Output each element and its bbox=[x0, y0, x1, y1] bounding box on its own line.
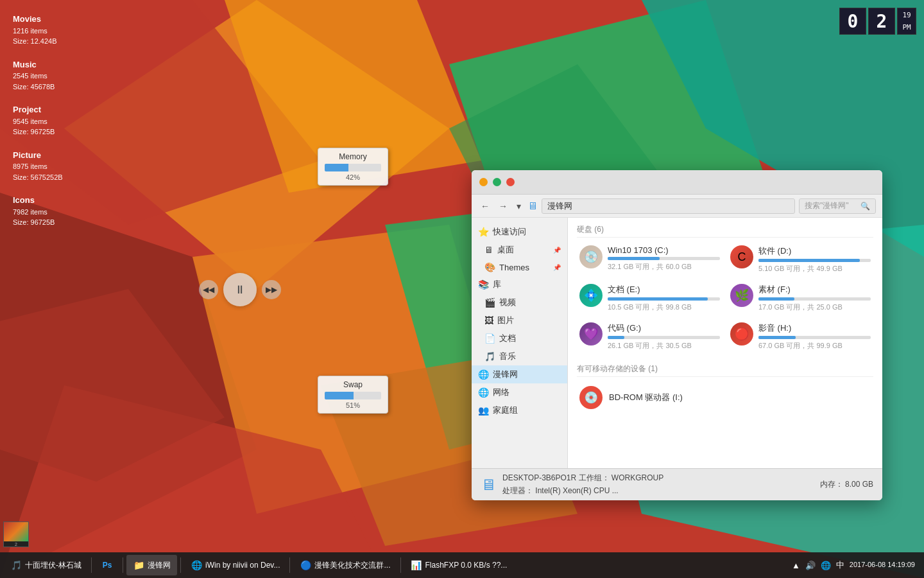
taskbar-ftp-label: FlashFXP 0.0 KB/s ??... bbox=[425, 561, 508, 570]
status-computer-name: DESKTOP-3B6PO1R 工作组： WORKGROUP bbox=[502, 472, 663, 484]
desktop-thumbnail[interactable]: 2 bbox=[3, 521, 29, 547]
stat-project-items: 9545 items bbox=[13, 116, 63, 127]
taskbar: 🎵 十面埋伏-林石城 Ps 📁 漫锋网 🌐 iWin by niivii on … bbox=[0, 552, 924, 578]
music-player-icon: 🎵 bbox=[10, 559, 22, 571]
taskbar-item-filemanager[interactable]: 📁 漫锋网 bbox=[126, 555, 177, 575]
pictures-icon: 🖼 bbox=[484, 315, 493, 326]
stat-icons-size: Size: 96725B bbox=[13, 217, 63, 228]
drives-section-title: 硬盘 (6) bbox=[577, 224, 873, 238]
drive-h-name: 影音 (H:) bbox=[758, 322, 871, 334]
sidebar-item-pictures[interactable]: 🖼 图片 bbox=[472, 311, 567, 329]
thumb-preview bbox=[4, 522, 28, 541]
stat-project: Project 9545 items Size: 96725B bbox=[13, 103, 63, 137]
stat-project-title: Project bbox=[13, 103, 63, 116]
stat-icons-title: Icons bbox=[13, 194, 63, 207]
stat-movies-size: Size: 12.424B bbox=[13, 36, 63, 47]
sidebar-library-label: 库 bbox=[493, 279, 501, 290]
drive-d[interactable]: C 软件 (D:) 5.10 GB 可用，共 49.9 GB bbox=[728, 243, 873, 276]
drive-f[interactable]: 🌿 素材 (F:) 17.0 GB 可用，共 25.0 GB bbox=[728, 281, 873, 315]
media-next-button[interactable]: ▶▶ bbox=[262, 280, 281, 299]
drive-i-info: BD-ROM 驱动器 (I:) bbox=[609, 392, 871, 403]
drive-i[interactable]: 💿 BD-ROM 驱动器 (I:) bbox=[577, 382, 873, 413]
sidebar-item-desktop[interactable]: 🖥 桌面 📌 bbox=[472, 241, 567, 259]
drive-g-icon: 💜 bbox=[579, 322, 603, 346]
sidebar-item-network[interactable]: 🌐 网络 bbox=[472, 383, 567, 401]
fm-address-bar[interactable]: 漫锋网 bbox=[542, 198, 795, 214]
fm-minimize-button[interactable] bbox=[479, 178, 488, 186]
tray-expand-icon[interactable]: ▲ bbox=[792, 561, 800, 570]
drive-c-fill bbox=[608, 257, 660, 260]
sidebar-pictures-label: 图片 bbox=[497, 315, 514, 326]
taskbar-item-browser2[interactable]: 🔵 漫锋美化技术交流群... bbox=[293, 555, 397, 575]
status-memory: 内存： 8.00 GB bbox=[820, 479, 873, 490]
sidebar-item-music[interactable]: 🎵 音乐 bbox=[472, 347, 567, 365]
sidebar-item-themes[interactable]: 🎨 Themes 📌 bbox=[472, 259, 567, 276]
drive-e[interactable]: 💠 文档 (E:) 10.5 GB 可用，共 99.8 GB bbox=[577, 281, 723, 315]
sidebar-item-manfeng[interactable]: 🌐 漫锋网 bbox=[472, 365, 567, 383]
fm-address-text: 漫锋网 bbox=[547, 200, 572, 212]
fm-titlebar bbox=[472, 170, 882, 195]
fm-body: ⭐ 快速访问 🖥 桌面 📌 🎨 Themes 📌 📚 库 🎬 视频 bbox=[472, 218, 882, 468]
drive-f-fill bbox=[758, 297, 794, 301]
status-computer-info: DESKTOP-3B6PO1R 工作组： WORKGROUP 处理器： Inte… bbox=[502, 472, 663, 496]
fm-maximize-button[interactable] bbox=[493, 178, 501, 186]
fm-search-bar[interactable]: 搜索"漫锋网" 🔍 bbox=[799, 198, 876, 214]
fm-close-button[interactable] bbox=[506, 178, 515, 186]
homegroup-icon: 👥 bbox=[478, 405, 489, 416]
sidebar-item-documents[interactable]: 📄 文档 bbox=[472, 329, 567, 347]
documents-icon: 📄 bbox=[484, 333, 495, 344]
swap-widget: Swap 51% bbox=[318, 376, 388, 414]
stat-picture-title: Picture bbox=[13, 149, 63, 162]
sidebar-videos-label: 视频 bbox=[499, 297, 516, 308]
search-icon: 🔍 bbox=[860, 202, 870, 211]
drive-c[interactable]: 💿 Win10 1703 (C:) 32.1 GB 可用，共 60.0 GB bbox=[577, 243, 723, 276]
sidebar-item-homegroup[interactable]: 👥 家庭组 bbox=[472, 401, 567, 419]
drive-g-name: 代码 (G:) bbox=[608, 322, 720, 334]
tray-volume-icon[interactable]: 🔊 bbox=[805, 561, 816, 570]
stat-icons-items: 7982 items bbox=[13, 207, 63, 218]
taskbar-item-ftp[interactable]: 📊 FlashFXP 0.0 KB/s ??... bbox=[404, 555, 514, 575]
library-icon: 📚 bbox=[478, 279, 489, 290]
drive-g[interactable]: 💜 代码 (G:) 26.1 GB 可用，共 30.5 GB bbox=[577, 320, 723, 353]
drive-d-size: 5.10 GB 可用，共 49.9 GB bbox=[758, 264, 871, 274]
drive-e-info: 文档 (E:) 10.5 GB 可用，共 99.8 GB bbox=[608, 284, 720, 312]
themes-pin-icon: 📌 bbox=[553, 264, 561, 271]
file-manager-window: ← → ▾ 🖥 漫锋网 搜索"漫锋网" 🔍 ⭐ 快速访问 🖥 桌面 📌 🎨 bbox=[472, 170, 882, 500]
manfeng-icon: 🌐 bbox=[478, 369, 489, 380]
taskbar-sep-1 bbox=[91, 557, 92, 573]
drive-e-icon: 💠 bbox=[579, 284, 603, 307]
stat-music-items: 2545 items bbox=[13, 71, 63, 82]
file-stats-panel: Movies 1216 items Size: 12.424B Music 25… bbox=[13, 13, 63, 240]
fm-back-button[interactable]: ← bbox=[478, 200, 492, 213]
drive-g-bar bbox=[608, 336, 720, 339]
drive-g-info: 代码 (G:) 26.1 GB 可用，共 30.5 GB bbox=[608, 322, 720, 351]
sidebar-desktop-label: 桌面 bbox=[497, 244, 514, 256]
taskbar-item-photoshop[interactable]: Ps bbox=[95, 555, 119, 575]
sidebar-item-videos[interactable]: 🎬 视频 bbox=[472, 293, 567, 311]
swap-percent: 51% bbox=[325, 401, 381, 409]
clock-ampm: 19 PM bbox=[897, 8, 916, 35]
media-play-button[interactable]: ⏸ bbox=[223, 273, 257, 306]
drive-c-bar bbox=[608, 257, 720, 260]
fm-dropdown-button[interactable]: ▾ bbox=[514, 200, 524, 213]
drives-grid: 💿 Win10 1703 (C:) 32.1 GB 可用，共 60.0 GB C… bbox=[577, 243, 873, 353]
drive-h[interactable]: 🔴 影音 (H:) 67.0 GB 可用，共 99.9 GB bbox=[728, 320, 873, 353]
taskbar-music-label: 十面埋伏-林石城 bbox=[25, 560, 81, 571]
taskbar-item-browser1[interactable]: 🌐 iWin by niivii on Dev... bbox=[184, 555, 286, 575]
drive-h-info: 影音 (H:) 67.0 GB 可用，共 99.9 GB bbox=[758, 322, 871, 351]
fm-toolbar: ← → ▾ 🖥 漫锋网 搜索"漫锋网" 🔍 bbox=[472, 195, 882, 218]
drive-f-icon: 🌿 bbox=[730, 284, 753, 307]
fm-forward-button[interactable]: → bbox=[496, 200, 510, 213]
swap-progress-bar bbox=[325, 392, 381, 399]
stat-movies-items: 1216 items bbox=[13, 26, 63, 37]
drive-f-bar bbox=[758, 297, 871, 301]
tray-input-icon[interactable]: 中 bbox=[836, 559, 844, 571]
tray-network-icon[interactable]: 🌐 bbox=[821, 561, 831, 570]
media-prev-button[interactable]: ◀◀ bbox=[199, 280, 218, 299]
drive-e-fill bbox=[608, 297, 708, 301]
taskbar-item-music[interactable]: 🎵 十面埋伏-林石城 bbox=[4, 555, 88, 575]
swap-title: Swap bbox=[325, 380, 381, 389]
taskbar-clock[interactable]: 2017-06-08 14:19:09 bbox=[850, 560, 915, 570]
taskbar-filemanager-label: 漫锋网 bbox=[148, 560, 171, 571]
sidebar-documents-label: 文档 bbox=[499, 333, 516, 344]
